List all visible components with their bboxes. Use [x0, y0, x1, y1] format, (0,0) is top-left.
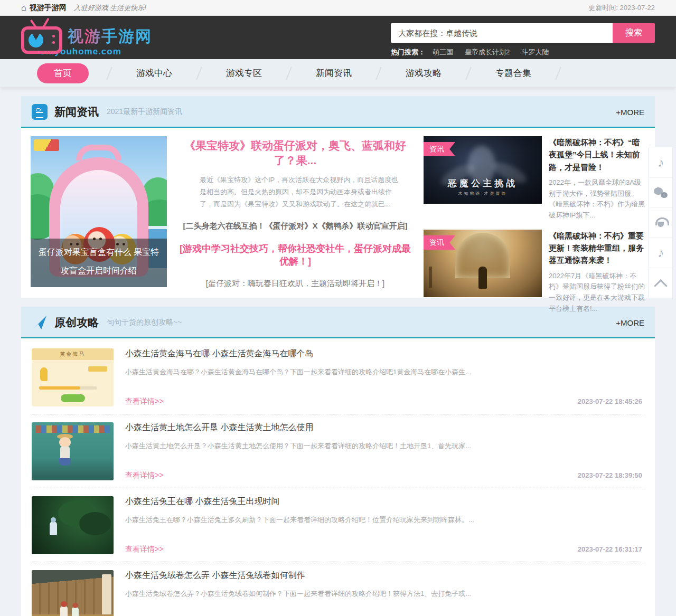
- site-header: 视游手游网 shiyouhome.com 搜索 热门搜索： 萌三国 皇帝成长计划…: [0, 16, 676, 59]
- side-article: 资讯 《暗黑破坏神：不朽》重要更新！套装精华重组，服务器互通惊喜来袭！ 2022…: [424, 230, 645, 315]
- feature-article-image[interactable]: 蛋仔派对果宝盲盒有什么 果宝特攻盲盒开启时间介绍: [31, 136, 167, 287]
- pacman-icon: [29, 33, 43, 48]
- guide-thumbnail[interactable]: 黄金海马: [32, 348, 114, 406]
- image-corner-badge: [34, 139, 59, 151]
- side-article-summary: 2022年7月《暗黑破坏神：不朽》登陆国服后获得了粉丝们的一致好评，更是在各大游…: [549, 271, 645, 315]
- guide-detail-link[interactable]: 查看详情>>: [125, 545, 183, 554]
- guide-thumbnail[interactable]: [32, 496, 114, 554]
- news-more-link[interactable]: +MORE: [616, 108, 644, 117]
- guide-list-item: 小森生活兔绒卷怎么弄 小森生活兔绒卷如何制作 小森生活兔绒卷怎么弄？小森生活兔绒…: [32, 562, 644, 616]
- tv-logo-icon: [21, 26, 62, 54]
- news-tag: 资讯: [424, 235, 455, 250]
- hot-search-label: 热门搜索：: [391, 48, 425, 57]
- guide-detail-link[interactable]: 查看详情>>: [125, 397, 183, 406]
- news-section-title: 新闻资讯: [54, 105, 99, 119]
- home-icon[interactable]: ⌂: [21, 3, 26, 13]
- guide-timestamp: 2023-07-22 16:31:17: [578, 545, 642, 553]
- topbar-site-name[interactable]: 视游手游网: [30, 3, 67, 13]
- search-input[interactable]: [391, 23, 613, 43]
- guide-title[interactable]: 小森生活兔王在哪 小森生活兔王出现时间: [125, 496, 644, 507]
- guide-title[interactable]: 小森生活黄土地怎么开垦 小森生活黄土地怎么使用: [125, 422, 644, 433]
- guide-title[interactable]: 小森生活兔绒卷怎么弄 小森生活兔绒卷如何制作: [125, 570, 644, 581]
- news-middle-column: 《果宝特攻》联动蛋仔派对，奥飞、蓝弧和好了？果... 最近《果宝特攻》这个IP，…: [176, 136, 414, 289]
- guide-title[interactable]: 小森生活黄金海马在哪 小森生活黄金海马在哪个岛: [125, 348, 644, 359]
- news-section-subtitle: 2021最新手游新闻资讯: [107, 107, 182, 117]
- main-article-title[interactable]: 《果宝特攻》联动蛋仔派对，奥飞、蓝弧和好了？果...: [176, 138, 414, 168]
- guide-list-item: 小森生活黄土地怎么开垦 小森生活黄土地怎么使用 小森生活黄土地怎么开垦？小森生活…: [32, 414, 644, 488]
- nav-item-home[interactable]: 首页: [37, 63, 89, 83]
- floating-toolbar: ♪ ♪: [649, 147, 673, 298]
- paper-plane-icon: [32, 315, 48, 330]
- side-article-title[interactable]: 《暗黑破坏神：不朽》重要更新！套装精华重组，服务器互通惊喜来袭！: [549, 230, 645, 267]
- news-section-header: 新闻资讯 2021最新手游新闻资讯 +MORE: [21, 96, 655, 128]
- news-link[interactable]: [游戏中学习社交技巧，帮你社恐变社牛，蛋仔派对成最优解！]: [176, 242, 414, 268]
- guides-section: 原创攻略 句句干货的原创攻略~~ +MORE 黄金海马 小森生活黄金海马在哪 小…: [21, 307, 655, 616]
- side-article: 恶魔公主挑战 未知前路 才是冒险 资讯 《暗黑破坏神：不朽》“暗夜孤堡”今日上线…: [424, 136, 645, 221]
- topbar: ⌂ 视游手游网 入驻好游戏 生活更快乐! 更新时间: 2023-07-22: [0, 0, 676, 16]
- hot-link-1[interactable]: 萌三国: [433, 48, 453, 57]
- news-tag: 资讯: [424, 142, 455, 156]
- nav-item-game-center[interactable]: 游戏中心: [110, 67, 199, 79]
- guides-more-link[interactable]: +MORE: [616, 318, 644, 327]
- nav-item-news[interactable]: 新闻资讯: [289, 67, 378, 79]
- wechat-icon[interactable]: [649, 177, 672, 207]
- hot-link-2[interactable]: 皇帝成长计划2: [465, 48, 510, 57]
- topbar-slogan: 入驻好游戏 生活更快乐!: [74, 3, 146, 13]
- music-note-icon[interactable]: ♪: [649, 147, 672, 177]
- guide-list-item: 小森生活兔王在哪 小森生活兔王出现时间 小森生活兔王在哪？小森生活兔王多久刷新？…: [32, 488, 644, 562]
- news-link[interactable]: [二头身老六在线互掐！《蛋仔派对》X《鹅鸭杀》联动官宣开启]: [176, 221, 414, 231]
- side-article-summary: 2022年，一款风靡全球的3A级别手游大作，强势登陆国服。《暗黑破坏神：不朽》作…: [549, 177, 645, 221]
- news-link[interactable]: [蛋仔派对：嗨玩春日狂欢趴，主题活动即将开启！]: [176, 279, 414, 289]
- guide-timestamp: 2023-07-22 18:39:50: [578, 471, 642, 479]
- news-side-column: 恶魔公主挑战 未知前路 才是冒险 资讯 《暗黑破坏神：不朽》“暗夜孤堡”今日上线…: [424, 136, 645, 289]
- guide-desc: 小森生活黄金海马在哪？小森生活黄金海马在哪个岛？下面一起来看看详细的攻略介绍吧1…: [125, 367, 644, 377]
- nav-item-game-zone[interactable]: 游戏专区: [200, 67, 288, 79]
- customer-service-icon[interactable]: [649, 207, 672, 238]
- thumb-inner-label: 黄金海马: [32, 348, 114, 360]
- search-button[interactable]: 搜索: [613, 23, 655, 43]
- nav-item-strategy[interactable]: 游戏攻略: [379, 67, 468, 79]
- logo-text: 视游手游网: [68, 25, 152, 48]
- guides-section-subtitle: 句句干货的原创攻略~~: [107, 318, 182, 327]
- news-body: 蛋仔派对果宝盲盒有什么 果宝特攻盲盒开启时间介绍 《果宝特攻》联动蛋仔派对，奥飞…: [21, 128, 655, 298]
- music-note-icon[interactable]: ♪: [649, 238, 672, 268]
- hot-link-3[interactable]: 斗罗大陆: [521, 48, 549, 57]
- side-article-image[interactable]: 资讯: [424, 230, 542, 297]
- guide-desc: 小森生活兔王在哪？小森生活兔王多久刷新？下面一起来看看详细的攻略介绍吧！位置介绍…: [125, 515, 644, 525]
- guide-thumbnail[interactable]: [32, 422, 114, 480]
- main-nav: 首页 游戏中心 游戏专区 新闻资讯 游戏攻略 专题合集: [0, 59, 676, 87]
- image-inner-title: 恶魔公主挑战: [424, 177, 542, 189]
- guide-desc: 小森生活黄土地怎么开垦？小森生活黄土地怎么使用？下面一起来看看详细的攻略介绍吧！…: [125, 441, 644, 451]
- feature-caption[interactable]: 蛋仔派对果宝盲盒有什么 果宝特攻盲盒开启时间介绍: [31, 239, 167, 287]
- site-logo[interactable]: 视游手游网 shiyouhome.com: [21, 19, 152, 57]
- back-to-top-icon[interactable]: [649, 268, 672, 298]
- side-article-title[interactable]: 《暗黑破坏神：不朽》“暗夜孤堡”今日上线！未知前路，才是冒险！: [549, 136, 645, 173]
- news-section: 新闻资讯 2021最新手游新闻资讯 +MORE 蛋仔派对果宝盲盒有什么 果宝特攻…: [21, 96, 655, 298]
- search-area: 搜索 热门搜索： 萌三国 皇帝成长计划2 斗罗大陆: [391, 23, 655, 57]
- guide-detail-link[interactable]: 查看详情>>: [125, 471, 183, 480]
- guides-list: 黄金海马 小森生活黄金海马在哪 小森生活黄金海马在哪个岛 小森生活黄金海马在哪？…: [21, 338, 655, 616]
- nav-item-topics[interactable]: 专题合集: [469, 67, 558, 79]
- side-article-image[interactable]: 恶魔公主挑战 未知前路 才是冒险 资讯: [424, 136, 542, 204]
- guide-desc: 小森生活兔绒卷怎么弄？小森生活兔绒卷如何制作？下面一起来看看详细的攻略介绍吧！获…: [125, 589, 644, 599]
- guide-list-item: 黄金海马 小森生活黄金海马在哪 小森生活黄金海马在哪个岛 小森生活黄金海马在哪？…: [32, 340, 644, 414]
- news-list-icon: [32, 104, 48, 120]
- guides-section-title: 原创攻略: [54, 315, 99, 330]
- image-inner-subtitle: 未知前路 才是冒险: [424, 191, 542, 196]
- guide-timestamp: 2023-07-22 18:45:26: [578, 397, 642, 405]
- main-article-summary: 最近《果宝特攻》这个IP，再次活跃在大众视野内，而且话题度也是相当的高。但是火热…: [200, 174, 399, 210]
- update-time: 更新时间: 2023-07-22: [588, 3, 655, 13]
- guide-thumbnail[interactable]: [32, 570, 114, 616]
